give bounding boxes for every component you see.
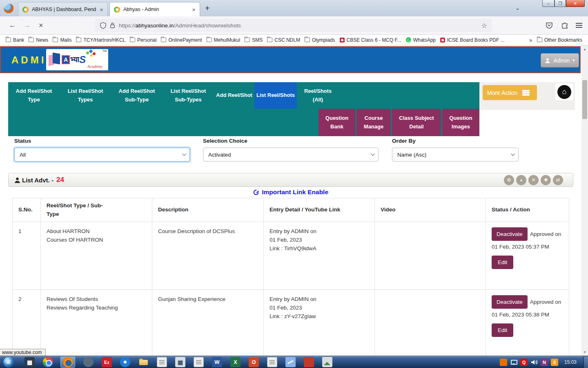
restore-button[interactable]: ❐ xyxy=(555,0,566,7)
bookmark-item[interactable]: WhatsApp xyxy=(406,37,436,43)
browser-tab-inactive[interactable]: ABHYAS | Dashboard, Pendancy × xyxy=(18,2,108,16)
firefox-taskbar-button-active[interactable] xyxy=(60,357,75,368)
nav-list-reelshot-types[interactable]: List Reel/Shot Types xyxy=(60,82,111,109)
clock[interactable]: 15:03 xyxy=(564,359,577,365)
nav-add-reelshot[interactable]: Add Reel/Shot xyxy=(214,82,254,109)
bookmark-label: WhatsApp xyxy=(413,37,436,43)
nav-list-reelshots-active[interactable]: List Reel/Shots xyxy=(254,82,297,109)
bookmark-star-icon[interactable]: ☆ xyxy=(481,22,487,29)
close-icon[interactable]: × xyxy=(100,7,103,13)
order-by-select[interactable]: Name (Asc) xyxy=(392,148,519,162)
shield-icon[interactable] xyxy=(100,22,106,29)
nav-add-reelshot-type[interactable]: Add Reel/Shot Type xyxy=(8,82,60,109)
list-tabs-chevron-icon[interactable]: ⌄ xyxy=(515,5,520,11)
java-update-icon[interactable] xyxy=(500,359,507,366)
minimize-button[interactable]: – xyxy=(542,0,555,7)
bookmark-item[interactable]: Mails xyxy=(53,37,71,43)
stop-icon[interactable]: × xyxy=(39,21,43,30)
page-scrollbar[interactable]: ▲ ▼ xyxy=(581,45,588,356)
start-button[interactable]: ⊞ xyxy=(3,357,14,368)
menu-hamburger-icon[interactable] xyxy=(576,25,582,26)
scroll-up-icon[interactable]: ▲ xyxy=(581,47,588,51)
nav-list-reelshot-subtypes[interactable]: List Reel/Shot Sub-Types xyxy=(163,82,214,109)
edit-button[interactable]: Edit xyxy=(492,256,513,269)
document-app-icon[interactable] xyxy=(194,357,204,367)
subnav-class-subject-detail[interactable]: Class Subject Detail xyxy=(392,109,441,136)
network-icon[interactable] xyxy=(510,359,517,366)
quick-heal-icon[interactable]: Q xyxy=(520,359,528,366)
bookmark-item[interactable]: ICSE Board Books PDF ... xyxy=(440,37,505,43)
bookmark-item[interactable]: OnlinePayment xyxy=(161,37,202,43)
close-panel-icon[interactable]: ✕ xyxy=(528,175,539,185)
home-icon[interactable]: ⌂ xyxy=(557,85,571,99)
subnav-question-images[interactable]: Question Images xyxy=(442,109,479,136)
bookmark-item[interactable]: Olympiads xyxy=(305,37,335,43)
selection-choice-select[interactable]: Activated xyxy=(203,148,379,162)
scrollbar-thumb[interactable] xyxy=(582,80,587,119)
red-app-icon[interactable] xyxy=(304,357,314,367)
bookmark-label: TCY/Hartron/HKCL xyxy=(83,37,125,43)
subnav-course-manage[interactable]: Course Manage xyxy=(356,109,391,136)
firefox-logo-icon[interactable] xyxy=(4,3,13,13)
deactivate-button[interactable]: Deactivate xyxy=(492,227,528,241)
paint-app-icon[interactable] xyxy=(285,357,296,367)
excel-icon[interactable]: X xyxy=(230,357,241,367)
powerpoint-icon[interactable]: O xyxy=(249,357,259,367)
zero-badge-icon[interactable]: 0 xyxy=(551,359,558,366)
bookmark-item[interactable]: News xyxy=(29,37,48,43)
back-icon[interactable]: ← xyxy=(9,21,16,29)
edit-button[interactable]: Edit xyxy=(492,323,513,337)
scroll-down-icon[interactable]: ▼ xyxy=(581,350,588,354)
onenote-icon[interactable]: N xyxy=(541,359,548,366)
user-icon xyxy=(545,58,550,63)
subnav-question-bank[interactable]: Question Bank xyxy=(318,109,355,136)
new-tab-button[interactable]: + xyxy=(205,4,210,13)
abhyas-logo[interactable]: A भ्या S Academy TM xyxy=(46,49,108,70)
lock-icon[interactable] xyxy=(110,22,115,29)
forward-icon[interactable]: → xyxy=(24,21,31,29)
bookmark-item[interactable]: Bank xyxy=(6,37,24,43)
globe-app-icon[interactable] xyxy=(83,357,94,367)
nav-label: List Reel/Shot Types xyxy=(61,87,109,103)
url-text[interactable]: https://abhyasonline.in/AdminHead/showre… xyxy=(119,22,478,29)
status-select[interactable]: All xyxy=(14,148,190,162)
gear-icon[interactable]: ⚙ xyxy=(504,175,514,185)
explorer-folder-icon[interactable] xyxy=(138,357,149,367)
calculator-icon[interactable]: ▦ xyxy=(175,357,185,367)
admin-user-dropdown[interactable]: Admin ▾ xyxy=(541,53,579,67)
collapse-icon[interactable]: ▲ xyxy=(516,175,526,185)
close-icon[interactable]: × xyxy=(192,7,196,13)
important-link-enable[interactable]: Important Link Enable xyxy=(0,188,581,196)
bookmark-item[interactable]: CBSE Class 6 - MCQ F... xyxy=(340,37,401,43)
nav-add-reelshot-subtype[interactable]: Add Reel/Shot Sub-Type xyxy=(111,82,163,109)
abhyas-logo-art: A भ्या S Academy TM xyxy=(49,51,106,69)
pocket-icon[interactable] xyxy=(546,22,553,29)
chrome-icon[interactable] xyxy=(43,357,53,367)
word-icon[interactable]: W xyxy=(212,357,222,367)
nav-reelshots-all[interactable]: Reel/Shots (All) xyxy=(297,82,339,109)
volume-icon[interactable] xyxy=(530,359,538,366)
blue-app-icon[interactable] xyxy=(120,357,130,367)
bookmark-item[interactable]: TCY/Hartron/HKCL xyxy=(76,37,125,43)
extensions-puzzle-icon[interactable] xyxy=(561,22,568,29)
document-app-icon[interactable] xyxy=(157,357,167,367)
url-bar[interactable]: https://abhyasonline.in/AdminHead/showre… xyxy=(95,19,492,32)
swap-arrows-icon[interactable]: ⇄ xyxy=(553,175,563,185)
ez-app-icon[interactable]: Ez xyxy=(102,357,112,367)
show-desktop-button[interactable] xyxy=(584,356,588,368)
bookmarks-overflow-chevron[interactable]: » xyxy=(529,37,532,43)
image-viewer-icon[interactable] xyxy=(322,357,332,367)
more-action-button[interactable]: More Action xyxy=(483,85,537,100)
close-window-button[interactable]: ✕ xyxy=(566,0,585,7)
entry-line: 01 Feb, 2023 xyxy=(270,304,369,312)
browser-tab-active[interactable]: Abhyas - Admin × xyxy=(109,2,200,16)
document-app-icon[interactable] xyxy=(267,357,277,367)
deactivate-button[interactable]: Deactivate xyxy=(492,295,528,309)
bookmark-item[interactable]: SMS xyxy=(245,37,263,43)
bookmark-item[interactable]: CSC NDLM xyxy=(267,37,300,43)
bookmark-item[interactable]: MehulMukul xyxy=(207,37,241,43)
on-screen-keyboard-icon[interactable]: ▦ xyxy=(24,357,35,367)
bookmark-item[interactable]: Personal xyxy=(130,37,156,43)
other-bookmarks[interactable]: Other Bookmarks xyxy=(537,37,582,43)
add-icon[interactable]: ✚ xyxy=(541,175,551,185)
